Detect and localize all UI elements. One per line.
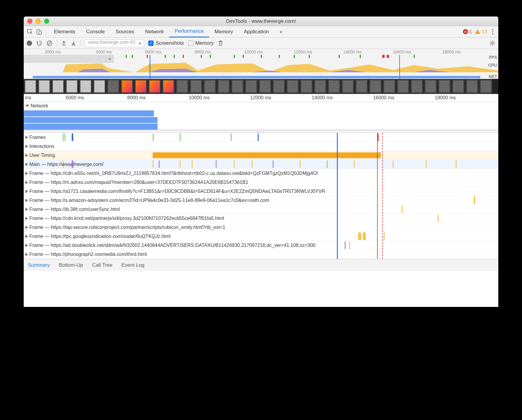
filmstrip-frame[interactable] <box>38 79 51 94</box>
inspect-icon[interactable] <box>26 27 34 36</box>
devtools-window: DevTools - www.theverge.com/ Elements Co… <box>24 16 498 307</box>
checkbox-icon <box>188 40 194 46</box>
filmstrip-frame[interactable] <box>369 79 382 94</box>
track-frame-row[interactable]: Frame — https://phonograph2.voxmedia.com… <box>24 250 498 259</box>
error-count[interactable]: ✕1 <box>463 29 472 35</box>
filmstrip-frame[interactable] <box>203 79 217 94</box>
chevron-right-icon <box>26 181 28 184</box>
tab-summary[interactable]: Summary <box>28 262 50 268</box>
filmstrip-frame[interactable] <box>382 79 396 94</box>
tab-memory[interactable]: Memory <box>209 26 238 38</box>
filmstrip-frame[interactable] <box>438 79 452 94</box>
filmstrip-frame[interactable] <box>148 79 162 94</box>
filmstrip-frame[interactable] <box>65 79 79 94</box>
filmstrip-frame[interactable] <box>286 79 300 94</box>
track-frame-row[interactable]: Frame — https://tap-secure.rubiconprojec… <box>24 223 498 232</box>
tab-elements[interactable]: Elements <box>49 26 81 38</box>
filmstrip-frame[interactable] <box>327 79 341 94</box>
filmstrip-frame[interactable] <box>244 79 258 94</box>
net-bar <box>33 76 480 78</box>
record-button[interactable] <box>27 40 32 46</box>
filmstrip-frame[interactable] <box>341 79 355 94</box>
flamechart[interactable]: Frames Interactions User Timing Main — h… <box>24 133 498 259</box>
tab-bottom-up[interactable]: Bottom-Up <box>59 262 83 268</box>
filmstrip-frame[interactable] <box>106 79 120 94</box>
filmstrip-frame[interactable] <box>176 79 189 94</box>
chevron-right-icon <box>26 145 28 148</box>
filmstrip-frame[interactable] <box>134 79 148 94</box>
svg-point-8 <box>491 42 493 44</box>
overview-playhead[interactable] <box>150 55 150 79</box>
filmstrip-frame[interactable] <box>217 79 231 94</box>
more-menu-icon[interactable] <box>492 29 494 35</box>
filmstrip-frame[interactable] <box>272 79 286 94</box>
filmstrip-frame[interactable] <box>452 79 465 94</box>
track-main[interactable]: Main — https://www.theverge.com/ <box>24 160 498 169</box>
filmstrip-frame[interactable] <box>24 79 38 94</box>
network-bars[interactable] <box>24 110 498 130</box>
track-frame-row[interactable]: Frame — https://m.adnxs.com/mapuid?membe… <box>24 178 498 187</box>
device-toggle-icon[interactable] <box>34 27 44 36</box>
svg-rect-2 <box>39 31 41 34</box>
filmstrip-frame[interactable] <box>258 79 272 94</box>
tab-event-log[interactable]: Event Log <box>122 262 145 268</box>
track-frame-row[interactable]: Frame — https://cdn.krxd.net/partnerjs/x… <box>24 214 498 223</box>
memory-checkbox[interactable]: Memory <box>188 40 214 46</box>
tab-sources[interactable]: Sources <box>110 26 140 38</box>
overview-marker <box>399 55 400 79</box>
capture-settings-icon[interactable] <box>489 40 495 46</box>
track-user-timing[interactable]: User Timing <box>24 151 498 160</box>
track-frame-row[interactable]: Frame — https://ad.doubleclick.net/ddm/a… <box>24 241 498 250</box>
overview-graph[interactable]: FPS CPU NET <box>24 55 498 79</box>
track-frame-row[interactable]: Frame — https://ib.3lift.com/userSync.ht… <box>24 205 498 214</box>
chevron-right-icon <box>26 235 28 238</box>
filmstrip-frame[interactable] <box>410 79 424 94</box>
filmstrip-frame[interactable] <box>189 79 203 94</box>
filmstrip-frame[interactable] <box>120 79 134 94</box>
delete-icon[interactable] <box>218 40 223 46</box>
tab-call-tree[interactable]: Call Tree <box>92 262 112 268</box>
tab-application[interactable]: Application <box>238 26 274 38</box>
tab-performance[interactable]: Performance <box>169 26 209 38</box>
tab-network[interactable]: Network <box>140 26 169 38</box>
track-frame-row[interactable]: Frame — https://s.amazon-adsystem.com/ec… <box>24 196 498 205</box>
track-frame-row[interactable]: Frame — https://cdn.w55c.net/i/s_0RB7U9m… <box>24 169 498 178</box>
overview-panel[interactable]: 2000 ms 4000 ms 6000 ms 8000 ms 10000 ms… <box>24 49 498 94</box>
network-header[interactable]: Network <box>24 102 498 110</box>
load-profile-icon[interactable] <box>61 40 67 46</box>
resize-grip[interactable]: • • • <box>24 130 498 133</box>
filmstrip-frame[interactable] <box>465 79 479 94</box>
filmstrip-frame[interactable] <box>231 79 244 94</box>
tab-console[interactable]: Console <box>81 26 110 38</box>
chevron-right-icon <box>26 154 28 157</box>
filmstrip-frame[interactable] <box>79 79 93 94</box>
clear-icon[interactable] <box>46 40 52 46</box>
track-frame-row[interactable]: Frame — https://tpc.googlesyndication.co… <box>24 232 498 241</box>
svg-line-7 <box>48 41 51 45</box>
filmstrip-frame[interactable] <box>162 79 176 94</box>
track-frame-row[interactable]: Frame — https://a1721.casalemedia.com/if… <box>24 187 498 196</box>
filmstrip-frame[interactable] <box>300 79 314 94</box>
filmstrip-frame[interactable] <box>51 79 65 94</box>
filmstrip-frame[interactable] <box>396 79 410 94</box>
filmstrip-frame[interactable] <box>314 79 327 94</box>
detail-playhead[interactable] <box>337 133 338 259</box>
track-interactions[interactable]: Interactions <box>24 142 498 151</box>
reload-icon[interactable] <box>36 40 42 46</box>
recording-select[interactable]: www.theverge.com #1 <box>85 39 144 47</box>
warning-count[interactable]: 13 <box>475 29 487 35</box>
filmstrip-frame[interactable] <box>93 79 106 94</box>
svg-line-16 <box>494 41 494 42</box>
window-titlebar[interactable]: DevTools - www.theverge.com/ <box>24 16 498 26</box>
filmstrip-frame[interactable] <box>479 79 493 94</box>
filmstrip-frame[interactable] <box>355 79 369 94</box>
chevron-right-icon <box>26 172 28 175</box>
svg-line-15 <box>490 44 491 45</box>
fps-label: FPS <box>489 55 497 60</box>
screenshots-checkbox[interactable]: ✓ Screenshots <box>148 40 184 46</box>
tabs-overflow[interactable]: » <box>274 26 288 38</box>
save-profile-icon[interactable] <box>71 40 76 46</box>
track-frames[interactable]: Frames <box>24 133 498 142</box>
filmstrip-frame[interactable] <box>424 79 438 94</box>
screenshots-filmstrip[interactable] <box>24 79 498 94</box>
